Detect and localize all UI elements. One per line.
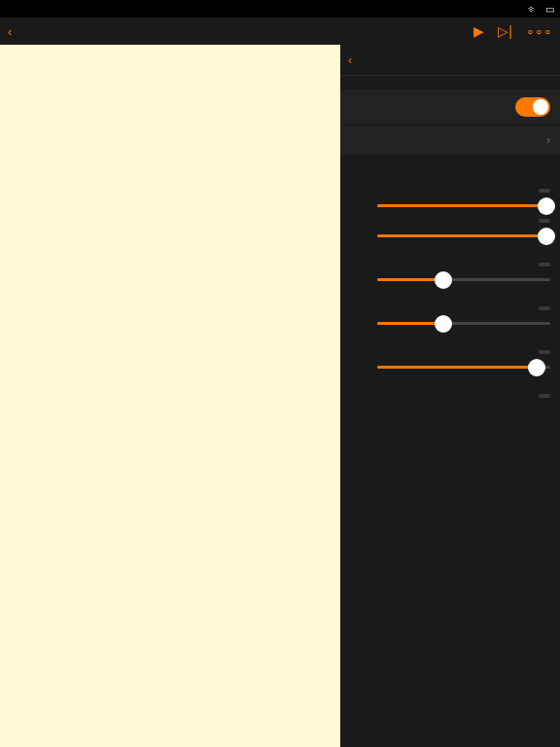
chevron-left-icon: ‹ [8,24,12,39]
reset-button[interactable] [539,263,550,267]
status-bar: ᯤ ▭ [0,0,560,18]
chevron-left-icon: ‹ [348,53,352,67]
nav-bar: ‹ ▶ ▷| ∘∘∘ [0,18,560,45]
rhythm-section-label [340,156,560,169]
arpeggio-example [340,301,560,316]
play-icon[interactable]: ▶ [473,23,484,39]
tag-output-toggle[interactable] [515,97,550,117]
reset-button[interactable] [539,350,550,354]
back-button[interactable]: ‹ [8,24,14,39]
tremolo-example [340,344,560,360]
trill-slider[interactable] [340,272,560,287]
tremolo-section-label [340,331,560,344]
reset-button[interactable] [539,306,550,310]
more-icon[interactable]: ∘∘∘ [526,23,552,39]
arpeggio-section-label [340,287,560,301]
music-sheet[interactable] [0,45,340,747]
trill-section-label [340,243,560,257]
reset-button[interactable] [539,394,550,398]
gm-image-row[interactable]: › [340,125,560,156]
reset-button[interactable] [539,219,550,223]
wifi-icon: ᯤ [528,4,538,15]
play-next-icon[interactable]: ▷| [498,23,512,39]
internote-example [340,388,560,404]
tremolo-slider[interactable] [340,360,560,374]
accent-example-2 [340,213,560,229]
settings-header: ‹ [340,45,560,76]
trill-example [340,257,560,272]
accent-slider-2[interactable] [340,229,560,243]
battery-icon: ▭ [545,4,554,15]
settings-back-button[interactable]: ‹ [348,53,352,67]
accent-section-label [340,169,560,183]
reset-button[interactable] [539,189,550,193]
accent-example-1 [340,183,560,198]
midi-section-label [340,76,560,89]
arpeggio-slider[interactable] [340,316,560,331]
internote-section-label [340,374,560,388]
accent-slider-1[interactable] [340,198,560,213]
tag-output-row[interactable] [340,89,560,125]
settings-panel[interactable]: ‹ › [340,45,560,747]
chevron-right-icon: › [546,133,550,147]
